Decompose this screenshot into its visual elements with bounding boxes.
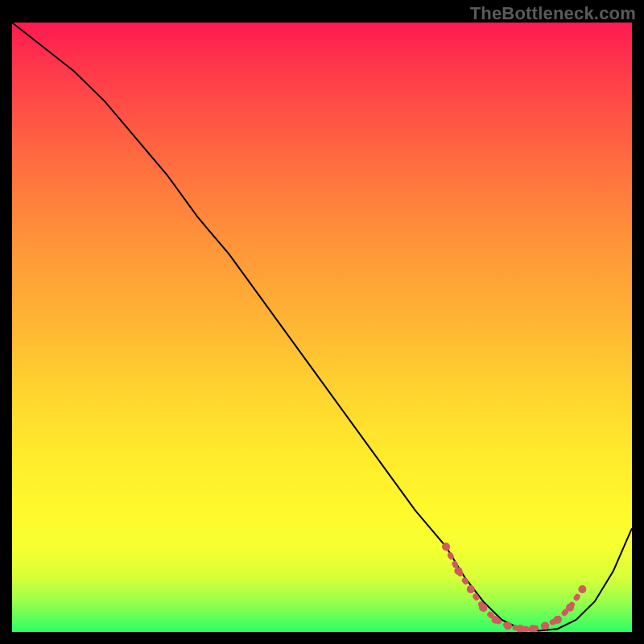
chart-frame: TheBottleneck.com — [0, 0, 644, 644]
series-group — [12, 23, 632, 632]
optimal-band-right-path — [558, 589, 583, 620]
plot-area — [12, 23, 632, 632]
watermark-text: TheBottleneck.com — [470, 3, 636, 24]
chart-svg — [12, 23, 632, 632]
bottleneck-curve-path — [12, 23, 632, 630]
